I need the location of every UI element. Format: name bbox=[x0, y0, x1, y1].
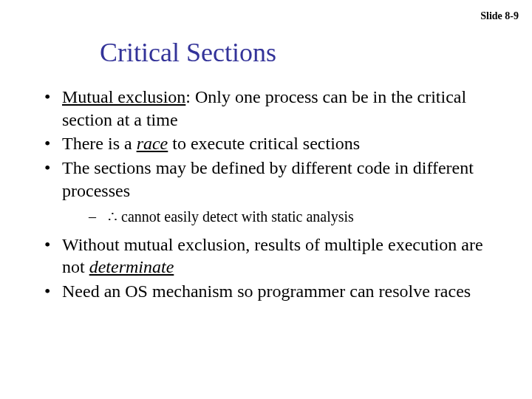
bullet-text: The sections may be defined by different… bbox=[62, 158, 474, 200]
bullet-text: There is a bbox=[62, 134, 137, 153]
slide: Slide 8-9 Critical Sections Mutual exclu… bbox=[0, 0, 532, 399]
sub-bullet-item: ∴ cannot easily detect with static analy… bbox=[62, 207, 495, 226]
slide-content: Mutual exclusion: Only one process can b… bbox=[37, 86, 495, 304]
bullet-item: There is a race to execute critical sect… bbox=[37, 132, 495, 155]
slide-title: Critical Sections bbox=[100, 37, 276, 68]
therefore-symbol: ∴ bbox=[108, 208, 117, 225]
bullet-list: Mutual exclusion: Only one process can b… bbox=[37, 86, 495, 303]
sub-bullet-text: cannot easily detect with static analysi… bbox=[117, 208, 354, 225]
term-determinate: determinate bbox=[89, 257, 174, 276]
bullet-text: Need an OS mechanism so programmer can r… bbox=[62, 282, 471, 301]
term-mutual-exclusion: Mutual exclusion bbox=[62, 87, 185, 106]
slide-number: Slide 8-9 bbox=[480, 10, 519, 22]
bullet-item: Need an OS mechanism so programmer can r… bbox=[37, 280, 495, 303]
bullet-item: Without mutual exclusion, results of mul… bbox=[37, 233, 495, 279]
bullet-item: Mutual exclusion: Only one process can b… bbox=[37, 86, 495, 131]
bullet-item: The sections may be defined by different… bbox=[37, 157, 495, 225]
term-race: race bbox=[137, 134, 168, 153]
bullet-text: to execute critical sections bbox=[168, 134, 360, 153]
sub-bullet-list: ∴ cannot easily detect with static analy… bbox=[62, 207, 495, 226]
